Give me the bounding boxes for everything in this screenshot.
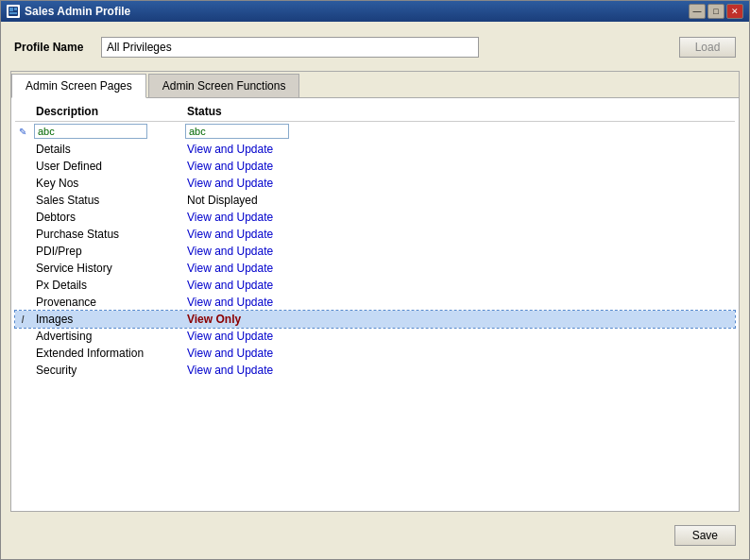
table-row[interactable]: Advertising View and Update xyxy=(15,328,735,345)
profile-name-select[interactable]: All Privileges Read Only Limited Access … xyxy=(101,37,479,58)
row-extra xyxy=(304,175,735,192)
row-extra xyxy=(304,311,735,328)
row-extra xyxy=(304,209,735,226)
table-row[interactable]: Security View and Update xyxy=(15,362,735,379)
row-marker xyxy=(15,226,30,243)
row-extra xyxy=(304,192,735,209)
row-marker xyxy=(15,192,30,209)
table-header-row: Description Status xyxy=(15,102,735,122)
table-row[interactable]: Key Nos View and Update xyxy=(15,175,735,192)
filter-row: ✎ xyxy=(15,122,735,142)
row-status: View and Update xyxy=(181,209,304,226)
maximize-button[interactable]: □ xyxy=(707,4,724,19)
tab-content: Description Status ✎ Details View and xyxy=(11,98,739,511)
tab-admin-screen-pages[interactable]: Admin Screen Pages xyxy=(11,74,146,98)
row-marker xyxy=(15,345,30,362)
row-extra xyxy=(304,226,735,243)
row-extra xyxy=(304,362,735,379)
row-extra xyxy=(304,158,735,175)
close-button[interactable]: ✕ xyxy=(726,4,743,19)
table-row[interactable]: Service History View and Update xyxy=(15,260,735,277)
filter-extra xyxy=(304,122,735,142)
tabs-area: Admin Screen Pages Admin Screen Function… xyxy=(10,71,740,512)
save-button[interactable]: Save xyxy=(674,525,736,546)
tab-admin-screen-functions[interactable]: Admin Screen Functions xyxy=(148,74,300,97)
row-status: Not Displayed xyxy=(181,192,304,209)
profile-name-label: Profile Name xyxy=(14,41,90,54)
app-icon xyxy=(7,5,20,18)
main-window: Sales Admin Profile — □ ✕ Profile Name A… xyxy=(0,0,750,560)
row-description: PDI/Prep xyxy=(30,243,181,260)
row-description: Details xyxy=(30,141,181,158)
row-marker xyxy=(15,209,30,226)
row-marker xyxy=(15,362,30,379)
bottom-bar: Save xyxy=(10,519,740,550)
row-description: Px Details xyxy=(30,277,181,294)
svg-rect-2 xyxy=(14,8,17,10)
row-extra xyxy=(304,345,735,362)
row-description: Purchase Status xyxy=(30,226,181,243)
row-status: View and Update xyxy=(181,277,304,294)
window-title: Sales Admin Profile xyxy=(25,5,130,18)
col-description: Description xyxy=(30,102,181,122)
row-status: View and Update xyxy=(181,243,304,260)
row-status: View and Update xyxy=(181,260,304,277)
table-row[interactable]: Provenance View and Update xyxy=(15,294,735,311)
data-table: Description Status ✎ Details View and xyxy=(15,102,735,379)
table-row[interactable]: Debtors View and Update xyxy=(15,209,735,226)
title-bar: Sales Admin Profile — □ ✕ xyxy=(1,1,749,22)
table-row[interactable]: Details View and Update xyxy=(15,141,735,158)
tab-header: Admin Screen Pages Admin Screen Function… xyxy=(11,72,739,98)
col-status: Status xyxy=(181,102,304,122)
profile-select-wrap: All Privileges Read Only Limited Access … xyxy=(101,37,668,58)
table-row[interactable]: Px Details View and Update xyxy=(15,277,735,294)
filter-status-cell xyxy=(181,122,304,142)
row-status: View Only xyxy=(181,311,304,328)
row-description: Extended Information xyxy=(30,345,181,362)
load-button[interactable]: Load xyxy=(679,37,736,58)
row-description: Advertising xyxy=(30,328,181,345)
row-description: Images xyxy=(30,311,181,328)
row-description: User Defined xyxy=(30,158,181,175)
row-marker: I xyxy=(15,311,30,328)
row-status: View and Update xyxy=(181,158,304,175)
minimize-button[interactable]: — xyxy=(689,4,706,19)
profile-row: Profile Name All Privileges Read Only Li… xyxy=(10,31,740,63)
table-row[interactable]: Extended Information View and Update xyxy=(15,345,735,362)
row-marker xyxy=(15,294,30,311)
row-extra xyxy=(304,328,735,345)
row-marker xyxy=(15,175,30,192)
row-status: View and Update xyxy=(181,141,304,158)
filter-status-input[interactable] xyxy=(185,124,289,139)
row-status: View and Update xyxy=(181,294,304,311)
table-row[interactable]: Sales Status Not Displayed xyxy=(15,192,735,209)
row-extra xyxy=(304,141,735,158)
row-description: Service History xyxy=(30,260,181,277)
table-row[interactable]: User Defined View and Update xyxy=(15,158,735,175)
row-status: View and Update xyxy=(181,362,304,379)
col-extra xyxy=(304,102,735,122)
filter-description-input[interactable] xyxy=(34,124,147,139)
table-row[interactable]: I Images View Only xyxy=(15,311,735,328)
title-buttons: — □ ✕ xyxy=(689,4,743,19)
filter-description-cell xyxy=(30,122,181,142)
row-marker xyxy=(15,260,30,277)
svg-rect-3 xyxy=(9,12,17,14)
row-status: View and Update xyxy=(181,175,304,192)
row-extra xyxy=(304,277,735,294)
col-marker xyxy=(15,102,30,122)
table-row[interactable]: Purchase Status View and Update xyxy=(15,226,735,243)
table-row[interactable]: PDI/Prep View and Update xyxy=(15,243,735,260)
row-description: Provenance xyxy=(30,294,181,311)
row-status: View and Update xyxy=(181,226,304,243)
row-marker xyxy=(15,243,30,260)
row-extra xyxy=(304,260,735,277)
row-marker xyxy=(15,141,30,158)
row-status: View and Update xyxy=(181,328,304,345)
row-description: Key Nos xyxy=(30,175,181,192)
row-extra xyxy=(304,294,735,311)
row-description: Security xyxy=(30,362,181,379)
row-description: Debtors xyxy=(30,209,181,226)
row-extra xyxy=(304,243,735,260)
row-status: View and Update xyxy=(181,345,304,362)
